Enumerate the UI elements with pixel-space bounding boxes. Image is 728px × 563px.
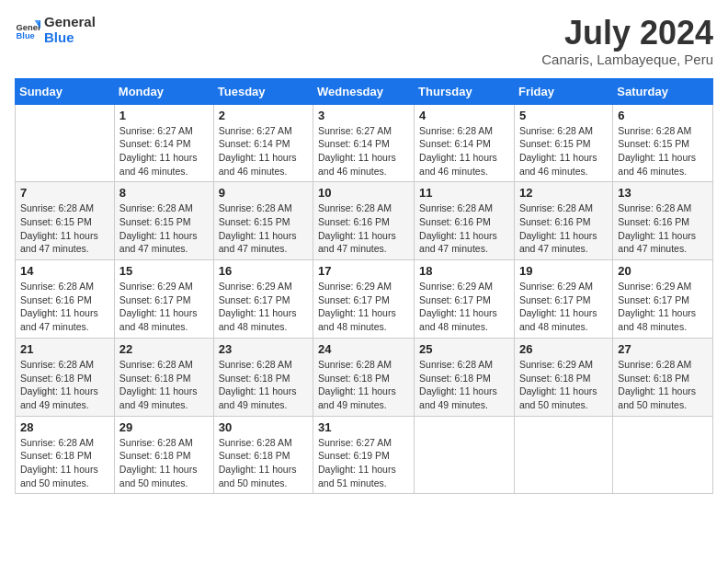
calendar-cell: 4Sunrise: 6:28 AM Sunset: 6:14 PM Daylig… — [415, 104, 515, 182]
calendar-cell: 21Sunrise: 6:28 AM Sunset: 6:18 PM Dayli… — [16, 338, 115, 416]
day-info: Sunrise: 6:28 AM Sunset: 6:18 PM Dayligh… — [219, 436, 308, 490]
day-number: 20 — [618, 264, 708, 278]
logo-blue: Blue — [44, 30, 96, 46]
calendar-cell: 18Sunrise: 6:29 AM Sunset: 6:17 PM Dayli… — [415, 260, 515, 339]
header-day-thursday: Thursday — [415, 78, 515, 104]
day-info: Sunrise: 6:28 AM Sunset: 6:16 PM Dayligh… — [318, 201, 409, 256]
day-number: 8 — [119, 186, 209, 200]
day-info: Sunrise: 6:28 AM Sunset: 6:18 PM Dayligh… — [20, 436, 109, 490]
day-number: 23 — [219, 342, 308, 356]
calendar-cell: 15Sunrise: 6:29 AM Sunset: 6:17 PM Dayli… — [114, 260, 213, 339]
calendar-cell: 7Sunrise: 6:28 AM Sunset: 6:15 PM Daylig… — [16, 182, 115, 260]
day-number: 3 — [318, 109, 409, 122]
day-number: 6 — [618, 109, 708, 122]
calendar-week-1: 1Sunrise: 6:27 AM Sunset: 6:14 PM Daylig… — [16, 104, 713, 182]
calendar-cell: 10Sunrise: 6:28 AM Sunset: 6:16 PM Dayli… — [313, 182, 415, 260]
day-number: 19 — [519, 264, 608, 278]
day-info: Sunrise: 6:29 AM Sunset: 6:17 PM Dayligh… — [419, 280, 509, 334]
calendar-cell: 8Sunrise: 6:28 AM Sunset: 6:15 PM Daylig… — [114, 182, 213, 260]
day-number: 18 — [419, 264, 509, 278]
day-info: Sunrise: 6:29 AM Sunset: 6:18 PM Dayligh… — [519, 358, 608, 412]
day-number: 16 — [219, 264, 308, 278]
day-info: Sunrise: 6:29 AM Sunset: 6:17 PM Dayligh… — [219, 280, 308, 334]
location-subtitle: Canaris, Lambayeque, Peru — [541, 52, 713, 67]
day-info: Sunrise: 6:28 AM Sunset: 6:15 PM Dayligh… — [20, 201, 109, 256]
calendar-cell — [415, 416, 515, 494]
header-day-friday: Friday — [514, 78, 612, 104]
day-number: 4 — [419, 109, 509, 122]
day-number: 21 — [20, 342, 109, 356]
day-number: 7 — [20, 186, 109, 200]
calendar-cell: 5Sunrise: 6:28 AM Sunset: 6:15 PM Daylig… — [514, 104, 612, 182]
day-number: 28 — [20, 420, 109, 434]
day-info: Sunrise: 6:28 AM Sunset: 6:16 PM Dayligh… — [419, 201, 509, 256]
calendar-cell: 12Sunrise: 6:28 AM Sunset: 6:16 PM Dayli… — [514, 182, 612, 260]
day-number: 15 — [119, 264, 209, 278]
calendar-cell: 26Sunrise: 6:29 AM Sunset: 6:18 PM Dayli… — [514, 338, 612, 416]
calendar-cell: 6Sunrise: 6:28 AM Sunset: 6:15 PM Daylig… — [613, 104, 713, 182]
day-number: 13 — [618, 186, 708, 200]
calendar-cell: 16Sunrise: 6:29 AM Sunset: 6:17 PM Dayli… — [213, 260, 313, 339]
header-day-monday: Monday — [114, 78, 213, 104]
calendar-cell: 25Sunrise: 6:28 AM Sunset: 6:18 PM Dayli… — [415, 338, 515, 416]
calendar-cell: 2Sunrise: 6:27 AM Sunset: 6:14 PM Daylig… — [213, 104, 313, 182]
day-info: Sunrise: 6:28 AM Sunset: 6:14 PM Dayligh… — [419, 124, 509, 178]
day-number: 14 — [20, 264, 109, 278]
calendar-cell — [16, 104, 115, 182]
day-number: 31 — [318, 420, 409, 434]
page-header: General Blue General Blue July 2024 Cana… — [15, 15, 713, 67]
calendar-cell: 19Sunrise: 6:29 AM Sunset: 6:17 PM Dayli… — [514, 260, 612, 339]
day-number: 25 — [419, 342, 509, 356]
calendar-cell: 30Sunrise: 6:28 AM Sunset: 6:18 PM Dayli… — [213, 416, 313, 494]
day-info: Sunrise: 6:28 AM Sunset: 6:18 PM Dayligh… — [119, 358, 209, 412]
calendar-cell: 11Sunrise: 6:28 AM Sunset: 6:16 PM Dayli… — [415, 182, 515, 260]
calendar-cell: 9Sunrise: 6:28 AM Sunset: 6:15 PM Daylig… — [213, 182, 313, 260]
calendar-header-row: SundayMondayTuesdayWednesdayThursdayFrid… — [16, 78, 713, 104]
day-number: 24 — [318, 342, 409, 356]
calendar-cell — [514, 416, 612, 494]
day-info: Sunrise: 6:28 AM Sunset: 6:15 PM Dayligh… — [219, 201, 308, 256]
month-title: July 2024 — [541, 15, 713, 52]
header-day-wednesday: Wednesday — [313, 78, 415, 104]
day-info: Sunrise: 6:27 AM Sunset: 6:14 PM Dayligh… — [219, 124, 308, 178]
title-block: July 2024 Canaris, Lambayeque, Peru — [541, 15, 713, 67]
day-number: 2 — [219, 109, 308, 122]
day-info: Sunrise: 6:28 AM Sunset: 6:16 PM Dayligh… — [618, 201, 708, 256]
calendar-cell: 28Sunrise: 6:28 AM Sunset: 6:18 PM Dayli… — [16, 416, 115, 494]
day-number: 17 — [318, 264, 409, 278]
day-number: 26 — [519, 342, 608, 356]
svg-text:Blue: Blue — [17, 31, 35, 40]
calendar-cell: 13Sunrise: 6:28 AM Sunset: 6:16 PM Dayli… — [613, 182, 713, 260]
calendar-table: SundayMondayTuesdayWednesdayThursdayFrid… — [15, 78, 713, 495]
calendar-cell: 22Sunrise: 6:28 AM Sunset: 6:18 PM Dayli… — [114, 338, 213, 416]
day-info: Sunrise: 6:28 AM Sunset: 6:15 PM Dayligh… — [618, 124, 708, 178]
logo-icon: General Blue — [15, 17, 40, 43]
day-number: 9 — [219, 186, 308, 200]
day-info: Sunrise: 6:29 AM Sunset: 6:17 PM Dayligh… — [119, 280, 209, 334]
day-number: 12 — [519, 186, 608, 200]
day-number: 22 — [119, 342, 209, 356]
day-info: Sunrise: 6:28 AM Sunset: 6:18 PM Dayligh… — [318, 358, 409, 412]
calendar-cell: 23Sunrise: 6:28 AM Sunset: 6:18 PM Dayli… — [213, 338, 313, 416]
calendar-cell: 20Sunrise: 6:29 AM Sunset: 6:17 PM Dayli… — [613, 260, 713, 339]
day-info: Sunrise: 6:28 AM Sunset: 6:18 PM Dayligh… — [219, 358, 308, 412]
day-info: Sunrise: 6:29 AM Sunset: 6:17 PM Dayligh… — [519, 280, 608, 334]
day-info: Sunrise: 6:28 AM Sunset: 6:16 PM Dayligh… — [519, 201, 608, 256]
logo: General Blue General Blue — [15, 15, 96, 45]
day-info: Sunrise: 6:27 AM Sunset: 6:19 PM Dayligh… — [318, 436, 409, 490]
day-number: 27 — [618, 342, 708, 356]
day-info: Sunrise: 6:29 AM Sunset: 6:17 PM Dayligh… — [318, 280, 409, 334]
day-info: Sunrise: 6:28 AM Sunset: 6:18 PM Dayligh… — [419, 358, 509, 412]
day-number: 5 — [519, 109, 608, 122]
calendar-cell: 29Sunrise: 6:28 AM Sunset: 6:18 PM Dayli… — [114, 416, 213, 494]
day-number: 29 — [119, 420, 209, 434]
day-info: Sunrise: 6:28 AM Sunset: 6:15 PM Dayligh… — [119, 201, 209, 256]
calendar-week-2: 7Sunrise: 6:28 AM Sunset: 6:15 PM Daylig… — [16, 182, 713, 260]
day-info: Sunrise: 6:28 AM Sunset: 6:18 PM Dayligh… — [119, 436, 209, 490]
calendar-week-3: 14Sunrise: 6:28 AM Sunset: 6:16 PM Dayli… — [16, 260, 713, 339]
calendar-cell: 31Sunrise: 6:27 AM Sunset: 6:19 PM Dayli… — [313, 416, 415, 494]
logo-general: General — [44, 15, 96, 30]
svg-text:General: General — [17, 23, 40, 32]
calendar-body: 1Sunrise: 6:27 AM Sunset: 6:14 PM Daylig… — [16, 104, 713, 494]
day-info: Sunrise: 6:28 AM Sunset: 6:16 PM Dayligh… — [20, 280, 109, 334]
